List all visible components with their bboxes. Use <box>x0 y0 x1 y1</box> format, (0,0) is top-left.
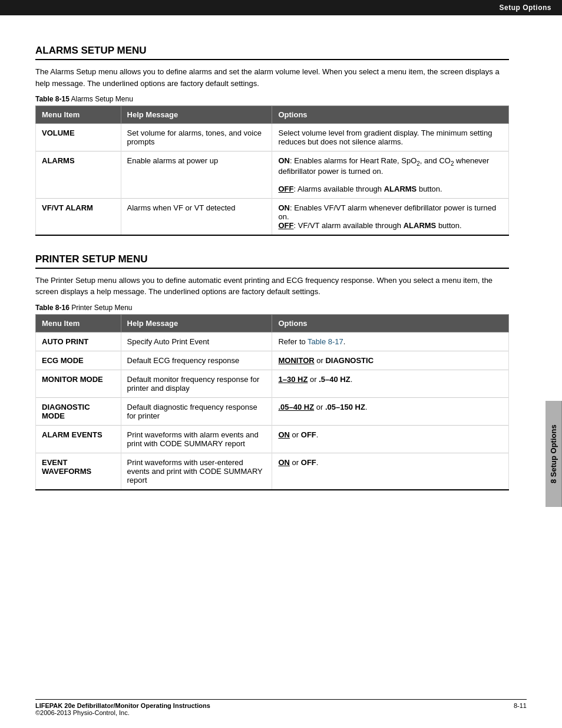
footer-product: LIFEPAK 20e Defibrillator/Monitor Operat… <box>35 702 210 709</box>
alarms-table: Menu Item Help Message Options VOLUME Se… <box>35 106 509 236</box>
printer-col-menu: Menu Item <box>36 314 121 332</box>
options: 1–30 HZ or .5–40 HZ. <box>272 370 509 397</box>
options: ON: Enables alarms for Heart Rate, SpO2,… <box>272 151 509 199</box>
alarms-table-header-row: Menu Item Help Message Options <box>36 106 509 124</box>
options: Refer to Table 8-17. <box>272 332 509 351</box>
table-row: VOLUME Set volume for alarms, tones, and… <box>36 124 509 151</box>
alarms-col-options: Options <box>272 106 509 124</box>
table-row: MONITOR MODE Default monitor frequency r… <box>36 370 509 397</box>
footer-page: 8-11 <box>514 702 527 716</box>
alarms-table-caption-text: Alarms Setup Menu <box>71 95 133 103</box>
options: ON or OFF. <box>272 425 509 453</box>
printer-col-options: Options <box>272 314 509 332</box>
footer-copyright: ©2006-2013 Physio-Control, Inc. <box>35 709 130 716</box>
options: ON or OFF. <box>272 453 509 490</box>
help-message: Set volume for alarms, tones, and voice … <box>121 124 272 151</box>
help-message: Enable alarms at power up <box>121 151 272 199</box>
printer-table-caption-label: Table 8-16 <box>35 304 70 312</box>
menu-item-label: EVENTWAVEFORMS <box>36 453 121 490</box>
table-row: AUTO PRINT Specify Auto Print Event Refe… <box>36 332 509 351</box>
menu-item-label: ECG MODE <box>36 351 121 370</box>
help-message: Default diagnostic frequency response fo… <box>121 397 272 425</box>
options: MONITOR or DIAGNOSTIC <box>272 351 509 370</box>
printer-col-help: Help Message <box>121 314 272 332</box>
options: .05–40 HZ or .05–150 HZ. <box>272 397 509 425</box>
table-row: ECG MODE Default ECG frequency response … <box>36 351 509 370</box>
help-message: Specify Auto Print Event <box>121 332 272 351</box>
printer-table: Menu Item Help Message Options AUTO PRIN… <box>35 314 509 490</box>
table-row: ALARMS Enable alarms at power up ON: Ena… <box>36 151 509 199</box>
menu-item-label: MONITOR MODE <box>36 370 121 397</box>
alarms-col-help: Help Message <box>121 106 272 124</box>
menu-item-label: VOLUME <box>36 124 121 151</box>
table-row: EVENTWAVEFORMS Print waveforms with user… <box>36 453 509 490</box>
alarms-section: ALARMS SETUP MENU The Alarms Setup menu … <box>35 45 509 236</box>
menu-item-label: AUTO PRINT <box>36 332 121 351</box>
side-tab-label: 8 Setup Options <box>549 424 558 483</box>
help-message: Print waveforms with alarm events and pr… <box>121 425 272 453</box>
alarms-heading: ALARMS SETUP MENU <box>35 45 509 60</box>
help-message: Print waveforms with user-entered events… <box>121 453 272 490</box>
menu-item-label: ALARMS <box>36 151 121 199</box>
printer-table-caption: Table 8-16 Printer Setup Menu <box>35 304 509 312</box>
table-row: ALARM EVENTS Print waveforms with alarm … <box>36 425 509 453</box>
printer-section: PRINTER SETUP MENU The Printer Setup men… <box>35 253 509 490</box>
side-tab: 8 Setup Options <box>546 401 562 507</box>
options: ON: Enables VF/VT alarm whenever defibri… <box>272 198 509 235</box>
alarms-table-caption-label: Table 8-15 <box>35 95 70 103</box>
menu-item-label: VF/VT ALARM <box>36 198 121 235</box>
printer-intro: The Printer Setup menu allows you to def… <box>35 275 509 298</box>
header-title: Setup Options <box>500 4 552 12</box>
help-message: Default monitor frequency response for p… <box>121 370 272 397</box>
alarms-table-caption: Table 8-15 Alarms Setup Menu <box>35 95 509 103</box>
help-message: Alarms when VF or VT detected <box>121 198 272 235</box>
help-message: Default ECG frequency response <box>121 351 272 370</box>
printer-heading: PRINTER SETUP MENU <box>35 253 509 269</box>
printer-table-caption-text: Printer Setup Menu <box>71 304 132 312</box>
header-bar: Setup Options <box>0 0 562 15</box>
printer-table-header-row: Menu Item Help Message Options <box>36 314 509 332</box>
footer: LIFEPAK 20e Defibrillator/Monitor Operat… <box>35 699 527 716</box>
main-content: ALARMS SETUP MENU The Alarms Setup menu … <box>0 15 544 526</box>
table-17-link[interactable]: Table 8-17 <box>308 337 343 346</box>
menu-item-label: DIAGNOSTIC MODE <box>36 397 121 425</box>
alarms-col-menu: Menu Item <box>36 106 121 124</box>
alarms-intro: The Alarms Setup menu allows you to defi… <box>35 66 509 89</box>
table-row: VF/VT ALARM Alarms when VF or VT detecte… <box>36 198 509 235</box>
footer-left: LIFEPAK 20e Defibrillator/Monitor Operat… <box>35 702 210 716</box>
options: Select volume level from gradient displa… <box>272 124 509 151</box>
menu-item-label: ALARM EVENTS <box>36 425 121 453</box>
table-row: DIAGNOSTIC MODE Default diagnostic frequ… <box>36 397 509 425</box>
